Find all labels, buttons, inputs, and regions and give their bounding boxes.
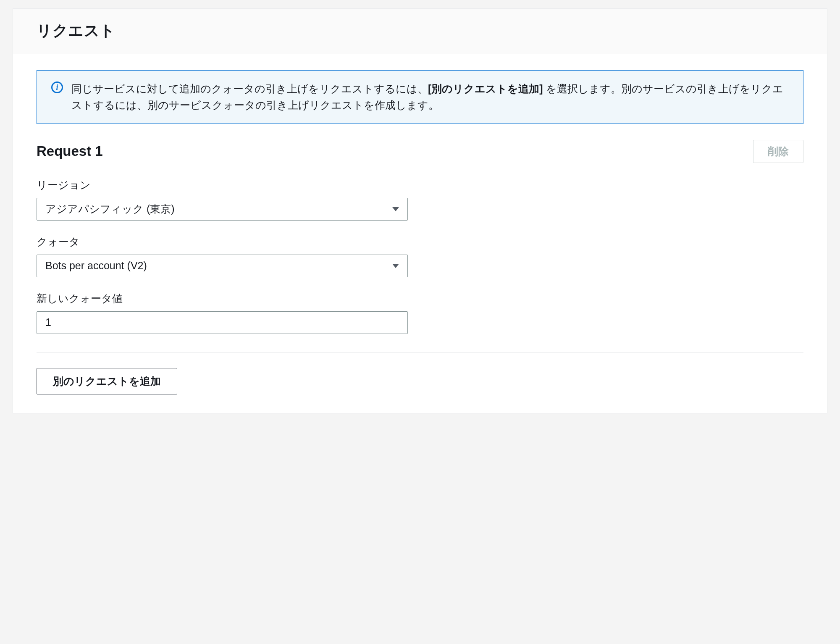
panel-header: リクエスト — [13, 9, 827, 54]
region-field-group: リージョン アジアパシフィック (東京) — [37, 178, 803, 221]
new-value-field-group: 新しいクォータ値 — [37, 292, 803, 334]
quota-select[interactable]: Bots per account (V2) — [37, 255, 408, 277]
info-text-prefix: 同じサービスに対して追加のクォータの引き上げをリクエストするには、 — [71, 83, 428, 95]
new-value-label: 新しいクォータ値 — [37, 292, 803, 305]
info-icon: i — [51, 81, 63, 93]
info-alert: i 同じサービスに対して追加のクォータの引き上げをリクエストするには、[別のリク… — [37, 70, 803, 124]
request-panel: リクエスト i 同じサービスに対して追加のクォータの引き上げをリクエストするには… — [13, 8, 827, 413]
quota-label: クォータ — [37, 235, 803, 249]
quota-select-wrap: Bots per account (V2) — [37, 255, 408, 277]
chevron-down-icon — [392, 264, 399, 268]
region-label: リージョン — [37, 178, 803, 192]
divider — [37, 352, 803, 353]
info-alert-text: 同じサービスに対して追加のクォータの引き上げをリクエストするには、[別のリクエス… — [71, 81, 785, 113]
new-value-input-wrap — [37, 311, 408, 334]
info-text-bold: [別のリクエストを追加] — [428, 83, 543, 95]
request-title: Request 1 — [37, 143, 103, 159]
request-header-row: Request 1 削除 — [37, 140, 803, 163]
new-quota-value-input[interactable] — [37, 311, 408, 334]
region-select-value: アジアパシフィック (東京) — [45, 202, 175, 216]
chevron-down-icon — [392, 207, 399, 211]
quota-select-value: Bots per account (V2) — [45, 260, 147, 272]
info-icon-wrapper: i — [51, 81, 63, 93]
delete-button[interactable]: 削除 — [753, 140, 803, 163]
add-request-button[interactable]: 別のリクエストを追加 — [37, 368, 177, 394]
panel-title: リクエスト — [37, 21, 803, 41]
quota-field-group: クォータ Bots per account (V2) — [37, 235, 803, 277]
region-select[interactable]: アジアパシフィック (東京) — [37, 198, 408, 221]
panel-body: i 同じサービスに対して追加のクォータの引き上げをリクエストするには、[別のリク… — [13, 54, 827, 413]
region-select-wrap: アジアパシフィック (東京) — [37, 198, 408, 221]
